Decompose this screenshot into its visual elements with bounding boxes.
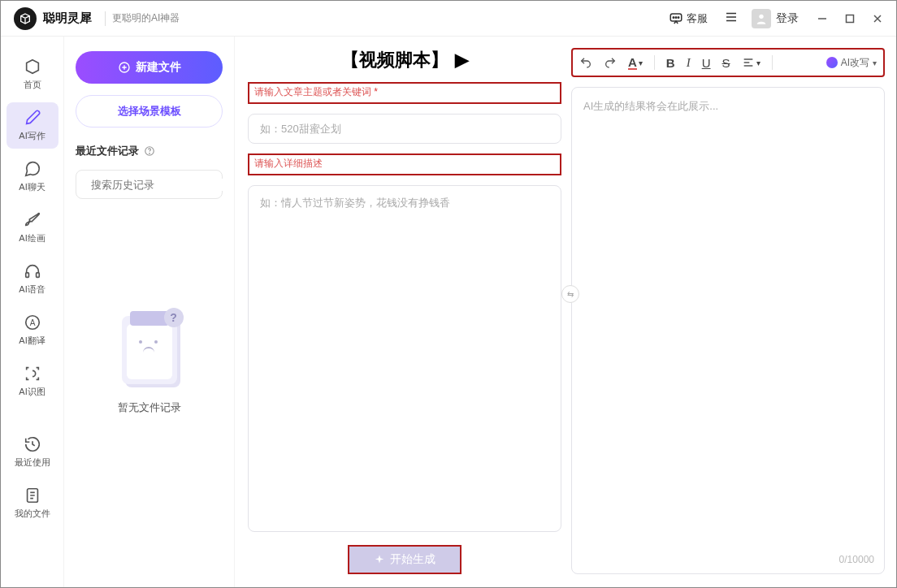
svg-rect-6: [25, 273, 28, 278]
bold-button[interactable]: B: [666, 56, 675, 70]
redo-icon: [604, 56, 617, 69]
rail-label: AI绘画: [19, 232, 45, 244]
editor-left: 【视频脚本】 ▶ 请输入文章主题或者关键词 * 请输入详细描述 开始生成: [248, 48, 561, 574]
svg-point-3: [678, 16, 679, 18]
search-box[interactable]: [76, 170, 223, 199]
title-text: 【视频脚本】: [341, 48, 448, 72]
search-input[interactable]: [91, 179, 228, 191]
rail-item-recent[interactable]: 最近使用: [6, 429, 58, 475]
new-file-button[interactable]: 新建文件: [76, 51, 223, 84]
svg-rect-7: [36, 273, 39, 278]
hamburger-icon: [724, 10, 739, 24]
rail-item-chat[interactable]: AI聊天: [6, 153, 58, 200]
strikethrough-button[interactable]: S: [722, 56, 730, 70]
maximize-icon: [845, 14, 855, 24]
text-color-button[interactable]: A▾: [628, 56, 643, 70]
help-icon[interactable]: [144, 145, 155, 157]
topic-input[interactable]: [248, 114, 561, 144]
customer-service-label: 客服: [687, 11, 708, 26]
ai-rewrite-button[interactable]: AI改写 ▾: [826, 56, 877, 70]
ai-badge-icon: [826, 57, 838, 68]
result-placeholder-text: AI生成的结果将会在此展示...: [583, 100, 718, 112]
undo-button[interactable]: [579, 56, 592, 69]
rail-label: 首页: [24, 79, 41, 91]
login-button[interactable]: 登录: [752, 9, 799, 28]
app-name: 聪明灵犀: [43, 11, 92, 26]
page-title: 【视频脚本】 ▶: [248, 48, 561, 72]
empty-clipboard-icon: ?: [115, 308, 184, 389]
drag-handle-icon: ⇆: [561, 285, 579, 303]
customer-service-button[interactable]: 客服: [665, 8, 711, 29]
svg-point-2: [675, 16, 677, 18]
files-icon: [24, 486, 41, 504]
translate-icon: A: [24, 313, 41, 331]
description-textarea[interactable]: [248, 185, 561, 532]
char-counter: 0/10000: [839, 554, 874, 565]
rail-item-voice[interactable]: AI语音: [6, 256, 58, 302]
rail-item-myfiles[interactable]: 我的文件: [6, 480, 58, 526]
undo-icon: [579, 56, 592, 69]
svg-point-1: [673, 16, 674, 18]
title-bar: 聪明灵犀 更聪明的AI神器 客服 登录: [1, 1, 896, 37]
window-maximize-button[interactable]: [836, 6, 864, 31]
scan-icon: [24, 365, 41, 383]
topic-label: 请输入文章主题或者关键词 *: [248, 82, 561, 104]
result-box[interactable]: AI生成的结果将会在此展示... 0/10000: [571, 87, 885, 574]
rail-item-home[interactable]: 首页: [6, 51, 58, 97]
recent-files-header: 最近文件记录: [76, 144, 223, 158]
chat-icon: [24, 160, 41, 178]
desc-label: 请输入详细描述: [248, 153, 561, 175]
plus-circle-icon: [118, 61, 131, 74]
rail-item-paint[interactable]: AI绘画: [6, 205, 58, 251]
editor: 【视频脚本】 ▶ 请输入文章主题或者关键词 * 请输入详细描述 开始生成: [235, 37, 896, 587]
window-close-button[interactable]: [864, 6, 891, 31]
rail-label: AI翻译: [19, 335, 45, 347]
rail-label: AI写作: [19, 130, 45, 142]
avatar-icon: [752, 9, 771, 28]
minimize-icon: [817, 14, 827, 24]
choose-template-button[interactable]: 选择场景模板: [76, 95, 223, 128]
generate-button[interactable]: 开始生成: [348, 545, 462, 574]
close-icon: [873, 14, 882, 24]
brush-icon: [24, 211, 41, 229]
app-logo: [14, 7, 37, 30]
recent-files-label: 最近文件记录: [76, 144, 139, 158]
empty-text: 暂无文件记录: [118, 400, 181, 415]
svg-text:A: A: [29, 318, 35, 327]
sparkle-icon: [374, 554, 385, 565]
rail-label: AI聊天: [19, 181, 45, 193]
headphones-icon: [24, 262, 41, 280]
redo-button[interactable]: [604, 56, 617, 69]
menu-button[interactable]: [721, 6, 742, 31]
rail-item-scan[interactable]: AI识图: [6, 358, 58, 404]
window-minimize-button[interactable]: [808, 6, 836, 31]
ai-rewrite-label: AI改写: [841, 56, 869, 70]
svg-point-13: [150, 153, 150, 154]
rail-item-writing[interactable]: AI写作: [6, 102, 58, 149]
play-icon[interactable]: ▶: [455, 50, 469, 71]
formatting-toolbar: A▾ B I U S ▾ AI改写 ▾: [571, 48, 885, 77]
home-icon: [24, 58, 41, 76]
history-icon: [24, 435, 41, 453]
new-file-label: 新建文件: [136, 60, 181, 75]
empty-state: ? 暂无文件记录: [76, 308, 223, 415]
rail-label: 我的文件: [15, 508, 50, 520]
rail-label: 最近使用: [15, 456, 50, 469]
align-button[interactable]: ▾: [742, 56, 760, 69]
align-icon: [742, 56, 755, 69]
app-tagline: 更聪明的AI神器: [112, 11, 180, 25]
underline-button[interactable]: U: [702, 56, 711, 70]
svg-rect-5: [847, 15, 854, 22]
rail-label: AI语音: [19, 283, 45, 296]
rail-label: AI识图: [19, 386, 45, 398]
left-rail: 首页 AI写作 AI聊天 AI绘画 AI语音 A AI翻译 AI识图: [1, 37, 64, 587]
italic-button[interactable]: I: [687, 56, 691, 70]
editor-right: A▾ B I U S ▾ AI改写 ▾ AI生成的结果将会在此展示... 0/1…: [571, 48, 885, 574]
chat-bubble-icon: [669, 11, 683, 26]
generate-label: 开始生成: [390, 552, 436, 567]
rail-item-translate[interactable]: A AI翻译: [6, 307, 58, 353]
files-column: 新建文件 选择场景模板 最近文件记录 ? 暂无文件记录: [64, 37, 235, 587]
pen-icon: [24, 109, 41, 127]
login-label: 登录: [776, 11, 799, 26]
choose-template-label: 选择场景模板: [118, 104, 181, 119]
